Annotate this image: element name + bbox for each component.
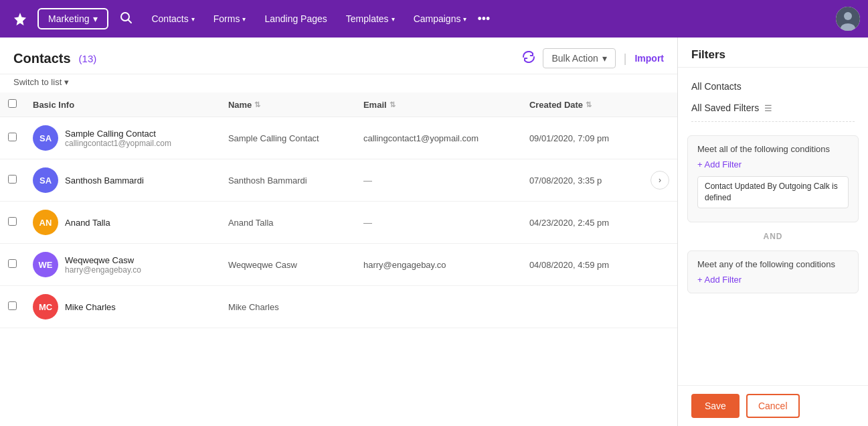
import-button[interactable]: Import [634, 53, 664, 64]
avatar: WE [33, 252, 58, 277]
basic-info-cell: AN Anand Talla [25, 202, 220, 244]
nav-campaigns[interactable]: Campaigns ▾ [406, 8, 475, 29]
name-cell: Anand Talla [220, 202, 355, 244]
row-checkbox[interactable] [8, 175, 17, 184]
contact-row: AN Anand Talla [33, 210, 212, 235]
date-cell: 04/08/2020, 4:59 pm [521, 244, 642, 286]
condition-1-title: Meet all of the following conditions [697, 144, 849, 154]
all-contacts-filter[interactable]: All Contacts [691, 76, 855, 97]
save-filter-button[interactable]: Save [691, 394, 740, 418]
app-logo[interactable] [8, 7, 32, 31]
condition-block-1: Meet all of the following conditions + A… [687, 135, 859, 222]
select-all-checkbox[interactable] [8, 99, 17, 108]
filter-tag-1[interactable]: Contact Updated By Outgoing Calk is defi… [697, 176, 849, 208]
main-area: Contacts (13) Bulk Action ▾ | [0, 38, 868, 426]
contacts-panel: Contacts (13) Bulk Action ▾ | [0, 38, 677, 426]
name-cell: Weqweqwe Casw [220, 244, 355, 286]
contact-row: SA Sample Calling Contact callingcontact… [33, 125, 212, 151]
filter-actions: Save Cancel [678, 385, 868, 426]
contact-name: Santhosh Bammardi [65, 175, 144, 186]
nav-more-button[interactable]: ••• [477, 12, 490, 26]
name-cell: Mike Charles [220, 286, 355, 328]
avatar: SA [33, 125, 58, 151]
contacts-chevron-icon: ▾ [191, 15, 195, 23]
contact-row: MC Mike Charles [33, 294, 212, 320]
expand-row-col [642, 117, 677, 159]
expand-col [642, 92, 677, 117]
avatar: SA [33, 167, 58, 193]
table-row: WE Weqweqwe Casw harry@engagebay.co Weqw… [0, 244, 677, 286]
filter-funnel-icon: ☰ [764, 103, 772, 113]
marketing-chevron-icon: ▾ [93, 13, 98, 24]
row-checkbox[interactable] [8, 301, 17, 310]
contacts-actions: Bulk Action ▾ | Import [523, 48, 664, 68]
contact-email-sub: callingcontact1@yopmail.com [65, 139, 171, 148]
date-cell: 07/08/2020, 3:35 p [521, 159, 642, 202]
templates-chevron-icon: ▾ [392, 15, 395, 23]
contact-info: Mike Charles [65, 302, 116, 312]
collapse-button[interactable]: › [650, 171, 669, 190]
basic-info-cell: MC Mike Charles [25, 286, 220, 328]
email-cell: callingcontact1@yopmail.com [355, 117, 521, 159]
contact-info: Weqweqwe Casw harry@engagebay.co [65, 255, 141, 275]
user-avatar[interactable] [836, 7, 860, 31]
name-sort-icon: ⇅ [254, 100, 260, 109]
contact-row: SA Santhosh Bammardi [33, 167, 212, 193]
condition-block-2: Meet any of the following conditions + A… [687, 251, 859, 293]
switch-to-list[interactable]: Switch to list ▾ [0, 74, 677, 92]
table-row: AN Anand Talla Anand Talla—04/23/2020, 2… [0, 202, 677, 244]
created-date-col[interactable]: Created Date ⇅ [521, 92, 642, 117]
page-title: Contacts [13, 51, 71, 66]
contact-info: Anand Talla [65, 218, 110, 228]
topnav: Marketing ▾ Contacts ▾ Forms ▾ Landing P… [0, 0, 868, 38]
avatar: AN [33, 210, 58, 235]
bulk-action-label: Bulk Action [551, 53, 598, 64]
contact-name: Sample Calling Contact [65, 129, 171, 139]
name-cell: Santhosh Bammardi [220, 159, 355, 202]
bulk-action-chevron-icon: ▾ [602, 53, 607, 64]
cancel-filter-button[interactable]: Cancel [746, 394, 800, 418]
date-cell: 04/23/2020, 2:45 pm [521, 202, 642, 244]
svg-point-2 [844, 12, 852, 20]
contact-email-sub: harry@engagebay.co [65, 265, 141, 275]
name-cell: Sample Calling Contact [220, 117, 355, 159]
date-cell [521, 286, 642, 328]
contact-row: WE Weqweqwe Casw harry@engagebay.co [33, 252, 212, 277]
expand-row-col [642, 202, 677, 244]
contact-info: Sample Calling Contact callingcontact1@y… [65, 129, 171, 148]
condition-2-title: Meet any of the following conditions [697, 259, 849, 269]
filter-title: Filters [678, 38, 868, 68]
table-row: SA Santhosh Bammardi Santhosh Bammardi—0… [0, 159, 677, 202]
name-col[interactable]: Name ⇅ [220, 92, 355, 117]
marketing-dropdown-button[interactable]: Marketing ▾ [37, 8, 108, 29]
email-col[interactable]: Email ⇅ [355, 92, 521, 117]
row-checkbox[interactable] [8, 217, 17, 226]
basic-info-cell: SA Santhosh Bammardi [25, 159, 220, 202]
refresh-button[interactable] [523, 51, 535, 66]
switch-chevron-icon: ▾ [64, 77, 69, 87]
table-row: SA Sample Calling Contact callingcontact… [0, 117, 677, 159]
row-checkbox[interactable] [8, 133, 17, 141]
nav-landing-pages[interactable]: Landing Pages [256, 8, 335, 29]
contact-name: Weqweqwe Casw [65, 255, 141, 265]
search-button[interactable] [119, 11, 133, 27]
and-divider: AND [687, 228, 859, 245]
basic-info-cell: SA Sample Calling Contact callingcontact… [25, 117, 220, 159]
expand-row-col: › [642, 159, 677, 202]
filter-panel: Filters All Contacts All Saved Filters ☰… [677, 38, 868, 426]
add-filter-2-button[interactable]: + Add Filter [697, 275, 742, 285]
date-sort-icon: ⇅ [586, 100, 592, 109]
bulk-action-button[interactable]: Bulk Action ▾ [543, 48, 615, 68]
nav-forms[interactable]: Forms ▾ [205, 8, 254, 29]
filter-section-top: All Contacts All Saved Filters ☰ [678, 68, 868, 130]
contact-name: Mike Charles [65, 302, 116, 312]
select-all-col [0, 92, 25, 117]
forms-chevron-icon: ▾ [242, 15, 246, 23]
row-checkbox[interactable] [8, 259, 17, 268]
nav-contacts[interactable]: Contacts ▾ [143, 8, 202, 29]
all-saved-filters[interactable]: All Saved Filters ☰ [691, 97, 855, 122]
email-cell: harry@engagebay.co [355, 244, 521, 286]
avatar: MC [33, 294, 58, 320]
add-filter-1-button[interactable]: + Add Filter [697, 159, 742, 169]
nav-templates[interactable]: Templates ▾ [338, 8, 403, 29]
